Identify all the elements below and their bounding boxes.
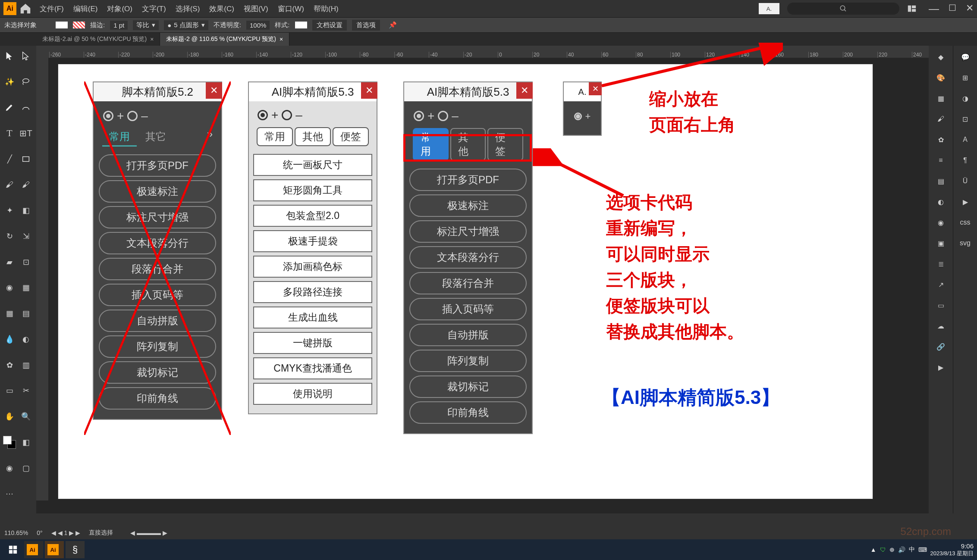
btn-box-template[interactable]: 包装盒型2.0	[253, 205, 372, 227]
transparency-icon[interactable]: ◐	[932, 193, 949, 210]
canvas[interactable]: -260-240-220-200-180-160-140-120-100-80-…	[36, 46, 929, 513]
btn-crop-marks[interactable]: 裁切标记	[409, 375, 527, 398]
stroke-weight-input[interactable]: 1 pt	[110, 21, 128, 30]
eraser-tool[interactable]: ◧	[18, 203, 34, 218]
close-icon[interactable]: ✕	[516, 82, 533, 99]
btn-color-chip[interactable]: 添加画稿色标	[253, 256, 372, 278]
radio-off[interactable]	[438, 111, 448, 121]
gradient-icon[interactable]: ▤	[932, 172, 949, 190]
rotate-tool[interactable]: ↻	[2, 228, 17, 244]
menu-effect[interactable]: 效果(C)	[209, 4, 234, 14]
menu-select[interactable]: 选择(S)	[176, 4, 200, 14]
width-tool[interactable]: ▰	[2, 254, 17, 270]
edit-toolbar-icon[interactable]: ⋯	[2, 486, 17, 501]
align-icon[interactable]: ⊞	[957, 69, 974, 86]
rectangle-tool[interactable]	[18, 151, 34, 167]
swatches-icon[interactable]: ▦	[932, 90, 949, 107]
btn-merge-lines[interactable]: 段落行合并	[409, 272, 527, 294]
uniform-dropdown[interactable]: 等比 ▾	[133, 20, 159, 30]
zoom-level[interactable]: 110.65%	[4, 529, 28, 536]
doc-tab-0[interactable]: 未标题-2.ai @ 50 % (CMYK/CPU 预览) ×	[36, 33, 160, 46]
brush-dropdown[interactable]: ● 5 点圆形 ▾	[164, 20, 208, 30]
menu-file[interactable]: 文件(F)	[40, 4, 64, 14]
search-input[interactable]	[787, 3, 899, 15]
btn-page-number[interactable]: 插入页码等	[409, 298, 527, 320]
tab-common[interactable]: 常用	[102, 128, 137, 147]
btn-artboard-size[interactable]: 统一画板尺寸	[253, 154, 372, 176]
tab-other[interactable]: 其他	[295, 127, 331, 146]
btn-crop-marks[interactable]: 裁切标记	[99, 361, 216, 384]
paintbrush-tool[interactable]: 🖌	[2, 177, 17, 193]
btn-text-paragraph[interactable]: 文本段落分行	[409, 246, 527, 269]
pen-tool[interactable]	[2, 100, 17, 115]
menu-object[interactable]: 对象(O)	[107, 4, 132, 14]
btn-pantone[interactable]: CMYK查找潘通色	[253, 357, 372, 379]
lasso-tool[interactable]	[18, 74, 34, 90]
btn-auto-impose[interactable]: 自动拼版	[409, 324, 527, 346]
prefs-button[interactable]: 首选项	[352, 20, 380, 31]
btn-help[interactable]: 使用说明	[253, 383, 372, 405]
menu-text[interactable]: 文字(T)	[142, 4, 166, 14]
hand-tool[interactable]: ✋	[2, 409, 17, 424]
pathfinder-icon[interactable]: ◑	[957, 90, 974, 107]
tab-other[interactable]: 其它	[138, 128, 173, 147]
taskbar-ai-2[interactable]: Ai	[45, 541, 64, 558]
scrollbar-h[interactable]: ◀ ▬▬▬▬ ▶	[130, 529, 167, 536]
type-tool[interactable]: T	[2, 125, 17, 141]
btn-merge-lines[interactable]: 段落行合并	[99, 258, 216, 280]
close-icon[interactable]: ✕	[206, 82, 222, 99]
close-icon[interactable]: ✕	[966, 3, 974, 15]
home-icon[interactable]	[19, 2, 32, 15]
btn-corner-marks[interactable]: 印前角线	[409, 401, 527, 424]
maximize-icon[interactable]: ☐	[949, 3, 956, 15]
minimize-icon[interactable]: —	[929, 3, 939, 15]
appearance-icon[interactable]: ◉	[932, 214, 949, 231]
draw-mode-icon[interactable]: ◉	[2, 460, 17, 476]
btn-page-number[interactable]: 插入页码等	[99, 284, 216, 306]
screen-mode-icon[interactable]: ▢	[18, 460, 34, 476]
clock[interactable]: 9:06 2023/8/13 星期日	[930, 542, 974, 557]
opacity-input[interactable]: 100%	[246, 21, 270, 30]
btn-text-paragraph[interactable]: 文本段落分行	[99, 232, 216, 254]
arrange-icon[interactable]	[907, 4, 917, 13]
btn-open-pdf[interactable]: 打开多页PDF	[99, 154, 216, 177]
doc-setup-button[interactable]: 文档设置	[312, 20, 347, 31]
blob-brush-tool[interactable]: 🖌	[18, 177, 34, 193]
btn-round-corner[interactable]: 矩形圆角工具	[253, 179, 372, 201]
line-tool[interactable]: ╱	[2, 151, 17, 167]
paragraph-icon[interactable]: ¶	[957, 152, 974, 169]
graph-tool[interactable]: ▥	[18, 357, 34, 373]
gradient-tool[interactable]: ▤	[18, 306, 34, 321]
fill-stroke-swap[interactable]	[2, 435, 17, 450]
taskbar-ai-1[interactable]: Ai	[24, 541, 43, 558]
tray-network-icon[interactable]: ⊕	[889, 546, 895, 553]
btn-bleed[interactable]: 生成出血线	[253, 307, 372, 328]
radio-on[interactable]	[258, 110, 268, 120]
style-swatch[interactable]	[295, 22, 307, 28]
close-icon[interactable]: ✕	[361, 82, 377, 99]
rotation-angle[interactable]: 0°	[37, 529, 42, 536]
magic-wand-tool[interactable]: ✨	[2, 74, 17, 90]
play-icon[interactable]: ▶	[932, 359, 949, 376]
btn-fast-annotate[interactable]: 极速标注	[99, 180, 216, 203]
pin-icon[interactable]: 📌	[389, 21, 397, 29]
links-icon[interactable]: 🔗	[932, 338, 949, 355]
menu-help[interactable]: 帮助(H)	[314, 4, 339, 14]
btn-array-copy[interactable]: 阵列复制	[99, 335, 216, 358]
eyedropper-tool[interactable]: 💧	[2, 332, 17, 347]
tray-icon[interactable]: ▲	[870, 546, 876, 553]
stroke-icon[interactable]: ≡	[932, 152, 949, 169]
radio-on[interactable]	[414, 111, 424, 121]
start-button[interactable]	[3, 541, 22, 558]
btn-bag[interactable]: 极速手提袋	[253, 230, 372, 252]
tray-keyboard-icon[interactable]: ⌨	[918, 546, 927, 553]
asset-export-icon[interactable]: ↗	[932, 276, 949, 293]
tray-security-icon[interactable]: 🛡	[880, 546, 886, 553]
shaper-tool[interactable]: ✦	[2, 203, 17, 218]
doc-tab-1[interactable]: 未标题-2 @ 110.65 % (CMYK/CPU 预览) ×	[160, 33, 289, 46]
artboard-tool[interactable]: ▭	[2, 383, 17, 398]
radio-on[interactable]	[103, 111, 113, 121]
stroke-swatch[interactable]	[73, 22, 85, 28]
btn-dimension[interactable]: 标注尺寸增强	[99, 206, 216, 228]
svg-icon[interactable]: svg	[957, 235, 974, 252]
